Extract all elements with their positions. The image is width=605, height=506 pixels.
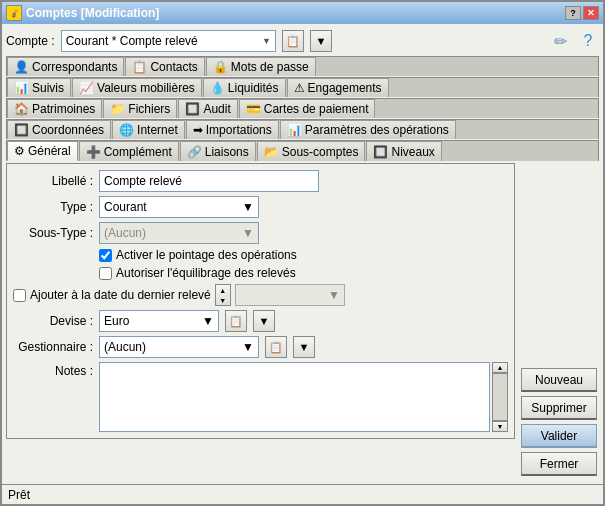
compte-arrow-btn[interactable]: ▼ [310, 30, 332, 52]
help-button[interactable]: ? [565, 6, 581, 20]
tab-valeurs-mobilieres[interactable]: 📈 Valeurs mobilières [72, 78, 202, 97]
form-area: Libellé : Type : Courant ▼ Sous-Type : [6, 163, 515, 480]
gestionnaire-row: Gestionnaire : (Aucun) ▼ 📋 ▼ [13, 336, 508, 358]
sous-type-row: Sous-Type : (Aucun) ▼ [13, 222, 508, 244]
tab-complement[interactable]: ➕ Complément [79, 141, 179, 161]
ajouter-spinner[interactable]: ▲ ▼ [215, 284, 231, 306]
tab-cartes-paiement[interactable]: 💳 Cartes de paiement [239, 99, 376, 118]
tab-row-1: 👤 Correspondants 📋 Contacts 🔒 Mots de pa… [6, 56, 599, 76]
tab-suivis[interactable]: 📊 Suivis [7, 78, 71, 97]
tab-liquidites[interactable]: 💧 Liquidités [203, 78, 286, 97]
compte-icon-btn[interactable]: 📋 [282, 30, 304, 52]
gestionnaire-arrow-btn[interactable]: ▼ [293, 336, 315, 358]
pencil-icon[interactable]: ✏ [549, 30, 571, 52]
tab-row-4: 🔲 Coordonnées 🌐 Internet ➡ Importations … [6, 119, 599, 139]
libelle-input[interactable] [99, 170, 319, 192]
title-bar: 💰 Comptes [Modification] ? ✕ [2, 2, 603, 24]
notes-scroll-down[interactable]: ▼ [492, 421, 508, 432]
checkbox-equilibrage-row: Autoriser l'équilibrage des relevés [13, 266, 508, 280]
checkbox-equilibrage[interactable] [99, 267, 112, 280]
gestionnaire-dropdown-icon: ▼ [242, 340, 254, 354]
compte-label: Compte : [6, 34, 55, 48]
checkbox-pointer-label: Activer le pointage des opérations [116, 248, 297, 262]
type-select-value: Courant [104, 200, 147, 214]
compte-dropdown-arrow: ▼ [262, 36, 271, 46]
tab-parametres-operations[interactable]: 📊 Paramètres des opérations [280, 120, 456, 139]
close-button[interactable]: ✕ [583, 6, 599, 20]
ajouter-label: Ajouter à la date du dernier relevé [30, 288, 211, 302]
sous-type-select[interactable]: (Aucun) ▼ [99, 222, 259, 244]
tab-niveaux[interactable]: 🔲 Niveaux [366, 141, 441, 161]
notes-label: Notes : [13, 364, 93, 378]
devise-select[interactable]: Euro ▼ [99, 310, 219, 332]
right-panel: Nouveau Supprimer Valider Fermer [519, 163, 599, 480]
tab-row-2: 📊 Suivis 📈 Valeurs mobilières 💧 Liquidit… [6, 77, 599, 97]
notes-textarea[interactable] [99, 362, 490, 432]
type-label: Type : [13, 200, 93, 214]
tab-importations[interactable]: ➡ Importations [186, 120, 279, 139]
gestionnaire-select-value: (Aucun) [104, 340, 146, 354]
window-title: Comptes [Modification] [26, 6, 159, 20]
devise-arrow-btn[interactable]: ▼ [253, 310, 275, 332]
tab-coordonnees[interactable]: 🔲 Coordonnées [7, 120, 111, 139]
devise-label: Devise : [13, 314, 93, 328]
tabs-container: 👤 Correspondants 📋 Contacts 🔒 Mots de pa… [6, 56, 599, 161]
status-text: Prêt [8, 488, 30, 502]
valider-button[interactable]: Valider [521, 424, 597, 448]
type-dropdown-icon: ▼ [242, 200, 254, 214]
window-icon: 💰 [6, 5, 22, 21]
libelle-row: Libellé : [13, 170, 508, 192]
libelle-label: Libellé : [13, 174, 93, 188]
tab-sous-comptes[interactable]: 📂 Sous-comptes [257, 141, 366, 161]
checkbox-pointer-row: Activer le pointage des opérations [13, 248, 508, 262]
supprimer-button[interactable]: Supprimer [521, 396, 597, 420]
gestionnaire-label: Gestionnaire : [13, 340, 93, 354]
devise-select-value: Euro [104, 314, 129, 328]
tab-fichiers[interactable]: 📁 Fichiers [103, 99, 177, 118]
notes-row: Notes : ▲ ▼ [13, 362, 508, 432]
tab-liaisons[interactable]: 🔗 Liaisons [180, 141, 256, 161]
title-controls: ? ✕ [565, 6, 599, 20]
type-row: Type : Courant ▼ [13, 196, 508, 218]
sous-type-label: Sous-Type : [13, 226, 93, 240]
notes-scroll-up[interactable]: ▲ [492, 362, 508, 373]
help-icon[interactable]: ? [577, 30, 599, 52]
title-bar-left: 💰 Comptes [Modification] [6, 5, 159, 21]
tab-correspondants[interactable]: 👤 Correspondants [7, 57, 124, 76]
tab-mots-de-passe[interactable]: 🔒 Mots de passe [206, 57, 316, 76]
main-window: 💰 Comptes [Modification] ? ✕ Compte : Co… [0, 0, 605, 506]
checkbox-pointer[interactable] [99, 249, 112, 262]
tab-engagements[interactable]: ⚠ Engagements [287, 78, 389, 97]
devise-dropdown-icon: ▼ [202, 314, 214, 328]
devise-icon-btn[interactable]: 📋 [225, 310, 247, 332]
compte-select-value: Courant * Compte relevé [66, 34, 198, 48]
tab-content-general: Libellé : Type : Courant ▼ Sous-Type : [6, 163, 515, 439]
tab-general[interactable]: ⚙ Général [7, 141, 78, 161]
tab-internet[interactable]: 🌐 Internet [112, 120, 185, 139]
tab-contacts[interactable]: 📋 Contacts [125, 57, 204, 76]
spinner-down: ▼ [219, 297, 226, 304]
tab-row-3: 🏠 Patrimoines 📁 Fichiers 🔲 Audit 💳 Carte… [6, 98, 599, 118]
tab-row-5: ⚙ Général ➕ Complément 🔗 Liaisons 📂 Sous… [6, 140, 599, 161]
compte-select[interactable]: Courant * Compte relevé ▼ [61, 30, 276, 52]
compte-row: Compte : Courant * Compte relevé ▼ 📋 ▼ ✏… [6, 28, 599, 54]
fermer-button[interactable]: Fermer [521, 452, 597, 476]
devise-row: Devise : Euro ▼ 📋 ▼ [13, 310, 508, 332]
sous-type-dropdown-icon: ▼ [242, 226, 254, 240]
gestionnaire-icon-btn[interactable]: 📋 [265, 336, 287, 358]
sous-type-select-value: (Aucun) [104, 226, 146, 240]
ajouter-row: Ajouter à la date du dernier relevé ▲ ▼ … [13, 284, 508, 306]
ajouter-checkbox[interactable] [13, 289, 26, 302]
window-content: Compte : Courant * Compte relevé ▼ 📋 ▼ ✏… [2, 24, 603, 484]
nouveau-button[interactable]: Nouveau [521, 368, 597, 392]
tab-audit[interactable]: 🔲 Audit [178, 99, 237, 118]
status-bar: Prêt [2, 484, 603, 504]
checkbox-equilibrage-label: Autoriser l'équilibrage des relevés [116, 266, 296, 280]
main-area: Libellé : Type : Courant ▼ Sous-Type : [6, 163, 599, 480]
spinner-up: ▲ [219, 287, 226, 294]
tab-patrimoines[interactable]: 🏠 Patrimoines [7, 99, 102, 118]
type-select[interactable]: Courant ▼ [99, 196, 259, 218]
ajouter-select[interactable]: ▼ [235, 284, 345, 306]
gestionnaire-select[interactable]: (Aucun) ▼ [99, 336, 259, 358]
